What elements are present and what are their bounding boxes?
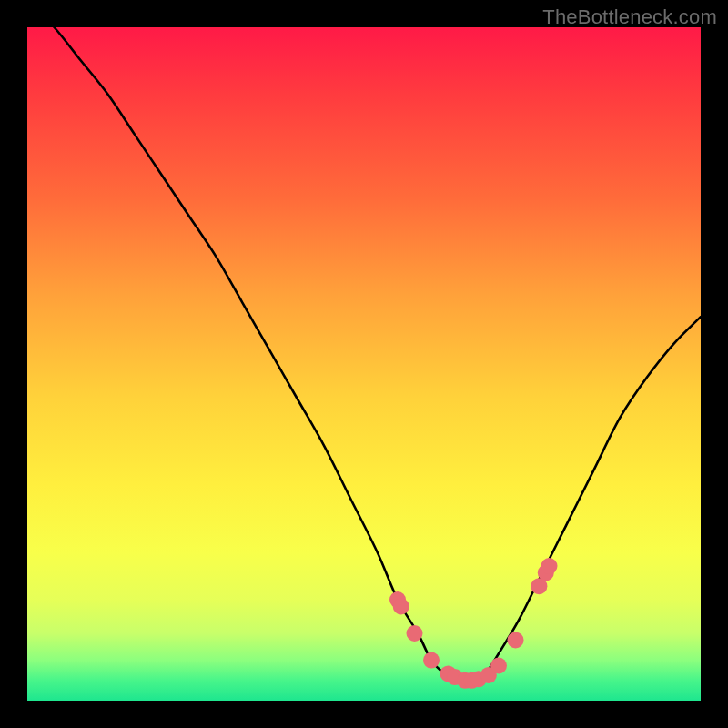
highlight-dot bbox=[407, 625, 423, 642]
highlight-dot bbox=[541, 558, 558, 574]
chart-frame: TheBottleneck.com bbox=[0, 0, 728, 728]
highlight-dots-group bbox=[389, 558, 558, 689]
highlight-dot bbox=[423, 652, 440, 669]
highlight-dot bbox=[393, 598, 410, 614]
highlight-dot bbox=[490, 658, 507, 674]
highlight-dot bbox=[508, 632, 524, 648]
bottleneck-curve bbox=[27, 0, 701, 681]
watermark-text: TheBottleneck.com bbox=[542, 5, 717, 29]
bottleneck-curve-svg bbox=[27, 27, 701, 701]
plot-area bbox=[27, 27, 701, 701]
